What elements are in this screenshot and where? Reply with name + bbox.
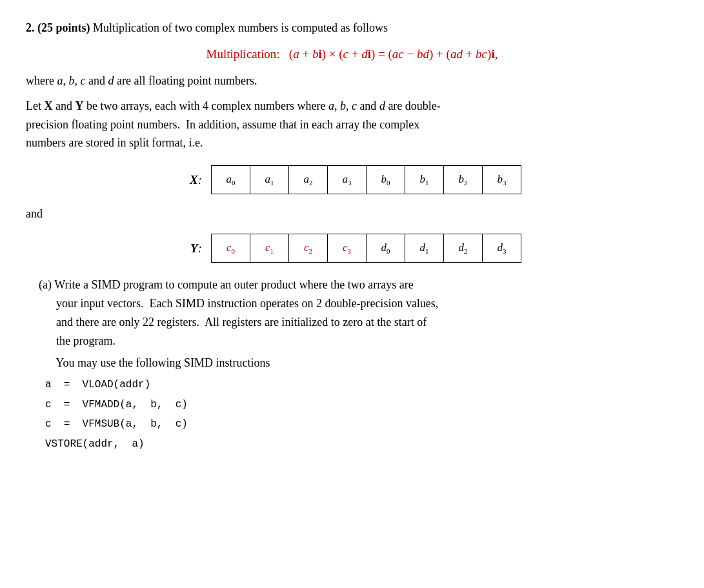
cell-b2: b2 [444,166,483,194]
let-text: Let X and Y be two arrays, each with 4 c… [26,97,678,152]
problem-points: (25 points) [37,21,90,34]
formula-label: Multiplication: [206,47,287,61]
array-x-section: X: a0 a1 a2 a3 b0 b1 b2 b3 [26,165,678,194]
code-line-4: VSTORE(addr, a) [45,434,678,454]
code-line-3: c = VFMSUB(a, b, c) [45,414,678,434]
formula-display: Multiplication: (a + bi) × (c + di) = (a… [26,47,678,61]
cell-a0: a0 [212,166,250,194]
cell-c0: c0 [212,234,250,263]
cell-a3: a3 [328,166,367,194]
cell-a2: a2 [289,166,328,194]
cell-b3: b3 [483,166,521,194]
array-y-row: Y: c0 c1 c2 c3 d0 d1 d2 d3 [26,234,678,263]
cell-d0: d0 [367,234,405,263]
cell-b1: b1 [405,166,444,194]
part-a-section: (a) Write a SIMD program to compute an o… [39,276,678,454]
cell-c3: c3 [328,234,367,263]
array-x-label: X: [183,173,202,187]
cell-c1: c1 [250,234,289,263]
part-a-text: (a) Write a SIMD program to compute an o… [39,276,678,350]
code-block: a = VLOAD(addr) c = VFMADD(a, b, c) c = … [45,375,678,454]
array-x-table: a0 a1 a2 a3 b0 b1 b2 b3 [211,165,521,194]
cell-a1: a1 [250,166,289,194]
cell-b0: b0 [367,166,405,194]
array-y-label: Y: [183,241,202,256]
array-y-section: Y: c0 c1 c2 c3 d0 d1 d2 d3 [26,234,678,263]
problem-intro: Multiplication of two complex numbers is… [93,21,388,34]
and-label: and [26,207,678,221]
problem-container: 2. (25 points) Multiplication of two com… [26,19,678,454]
formula-expression: (a + bi) × (c + di) = (ac − bd) + (ad + … [289,47,498,61]
cell-d2: d2 [444,234,483,263]
simd-intro: You may use the following SIMD instructi… [39,356,678,370]
code-line-2: c = VFMADD(a, b, c) [45,395,678,414]
cell-d3: d3 [483,234,521,263]
problem-number: 2. [26,21,35,34]
code-line-1: a = VLOAD(addr) [45,375,678,394]
cell-c2: c2 [289,234,328,263]
where-text: where a, b, c and d are all floating poi… [26,72,678,90]
array-y-table: c0 c1 c2 c3 d0 d1 d2 d3 [211,234,521,263]
cell-d1: d1 [405,234,444,263]
array-x-row: X: a0 a1 a2 a3 b0 b1 b2 b3 [26,165,678,194]
problem-header: 2. (25 points) Multiplication of two com… [26,19,678,37]
part-a-label: (a) [39,278,52,291]
